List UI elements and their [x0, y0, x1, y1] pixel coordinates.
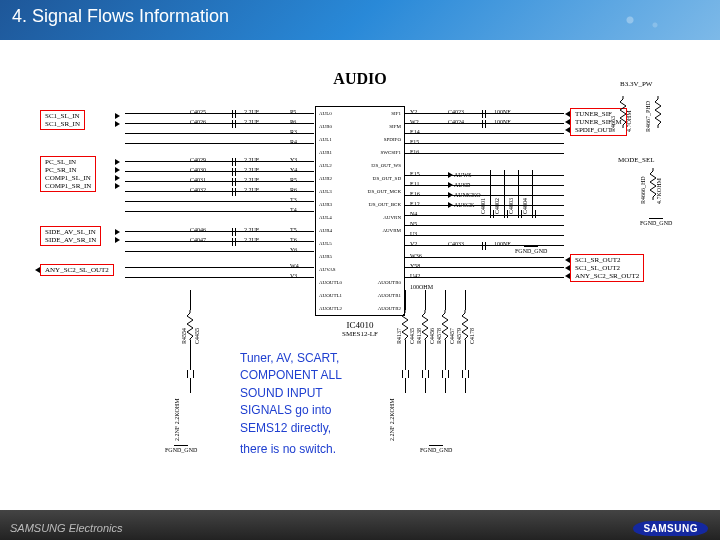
wire: [125, 161, 314, 162]
component-value: 2.2UF: [244, 157, 259, 163]
wire: [125, 201, 314, 202]
ic-sub: SMES12-LF: [342, 330, 378, 338]
chip-pin-left: AUL1: [319, 137, 332, 142]
component-value: 2.2NF 2.2KOHM: [389, 398, 395, 441]
pin-label: E11: [410, 181, 419, 187]
arrow-icon: [115, 229, 120, 235]
pin-label: Y58: [410, 263, 420, 269]
pin-label: E14: [410, 129, 420, 135]
component-value: 100NF: [494, 119, 511, 125]
component-value: 100NF: [494, 241, 511, 247]
wire: [404, 235, 564, 236]
component-ref: C4029: [190, 157, 206, 163]
chip-pin-left: AUVAS: [319, 267, 336, 272]
wire: [405, 340, 406, 370]
capacitor-icon: [468, 370, 469, 378]
capacitor-icon: [442, 370, 443, 378]
component-value: 2.2UF: [244, 177, 259, 183]
chip-pin-left: AUOUTL1: [319, 293, 342, 298]
chip-pin-right: SIF1: [391, 111, 401, 116]
signal-label: SC1_SR_OUT2: [575, 256, 639, 264]
ground-symbol: FGND_GND: [640, 218, 672, 226]
wire: [404, 257, 564, 258]
wire: [445, 290, 446, 310]
capacitor-icon: [402, 370, 403, 378]
signal-label: ANY_SC2_SR_OUT2: [575, 272, 639, 280]
pin-label: U42: [410, 273, 420, 279]
pin-label: E12: [410, 201, 420, 207]
wire: [404, 215, 564, 216]
pin-label: Y2: [410, 109, 417, 115]
wire: [404, 185, 564, 186]
slide-header: 4. Signal Flows Information: [0, 0, 720, 40]
component-ref: C4001: [480, 198, 486, 214]
arrow-icon: [448, 172, 453, 178]
component-value: 2.2UF: [244, 167, 259, 173]
chip-pin-right: I2S_OUT_BCK: [368, 202, 401, 207]
arrow-icon: [115, 159, 120, 165]
chip-pin-right: AUVRM: [382, 228, 401, 233]
capacitor-icon: [422, 370, 423, 378]
capacitor-icon: [230, 158, 238, 166]
chip-pin-left: AUL2: [319, 163, 332, 168]
samsung-logo: SAMSUNG: [633, 521, 708, 536]
capacitor-icon: [480, 242, 488, 250]
chip-pin-left: AUR0: [319, 124, 332, 129]
wire: [125, 143, 314, 144]
component-ref: R4578: [436, 328, 442, 344]
pin-label: Y6: [290, 247, 297, 253]
arrow-icon: [35, 267, 40, 273]
pin-label: E15: [410, 171, 420, 177]
chip-pin-right: SWCSIF1: [380, 150, 401, 155]
annotation-line: Tuner, AV, SCART,: [240, 350, 400, 367]
component-value: 100NF: [494, 109, 511, 115]
component-ref: R4138: [416, 328, 422, 344]
resistor-icon: [442, 310, 448, 340]
wire: [404, 267, 564, 268]
capacitor-icon: [408, 370, 409, 378]
component-ref: C4003: [508, 198, 514, 214]
signal-label: SC1_SL_IN: [45, 112, 80, 120]
arrow-icon: [115, 175, 120, 181]
wire: [405, 378, 406, 393]
wire: [125, 171, 314, 172]
capacitor-icon: [230, 188, 238, 196]
component-ref: C4435: [409, 328, 415, 344]
annotation-line: COMPONENT ALL: [240, 367, 400, 384]
wire: [518, 170, 519, 210]
signal-label: PC_SR_IN: [45, 166, 91, 174]
wire: [404, 153, 564, 154]
component-value: 2.2UF: [244, 227, 259, 233]
wire: [404, 195, 564, 196]
signal-label: SC1_SR_IN: [45, 120, 80, 128]
input-signal-box: ANY_SC2_SL_OUT2: [40, 264, 114, 276]
net-label: MODE_SEL: [618, 156, 655, 164]
wire: [465, 378, 466, 393]
capacitor-icon: [518, 210, 519, 218]
wire: [532, 170, 533, 210]
signal-label: AUSD: [454, 182, 470, 188]
capacitor-icon: [230, 178, 238, 186]
pin-label: V2: [410, 241, 417, 247]
ic-chip: AUL0AUR0AUL1AUR1AUL2AUR2AUL3AUR3AUL4AUR4…: [315, 106, 405, 316]
chip-pin-left: AUL5: [319, 241, 332, 246]
wire: [425, 340, 426, 370]
pin-label: T4: [290, 207, 297, 213]
component-ref: C4024: [448, 119, 464, 125]
component-ref: C4455: [194, 328, 200, 344]
component-ref: C4033: [448, 241, 464, 247]
wire: [445, 378, 446, 393]
component-ref: C4178: [469, 328, 475, 344]
wire: [465, 290, 466, 310]
wire: [125, 133, 314, 134]
chip-pin-right: I2S_OUT_WS: [371, 163, 401, 168]
slide-title: 4. Signal Flows Information: [12, 6, 229, 26]
output-signal-box: TUNER_SIFTUNER_SIF_MSPDIF_OUT: [570, 108, 627, 136]
component-value: 2.2UF: [244, 187, 259, 193]
component-value: 4.7KOHM: [656, 178, 662, 204]
component-ref: R4666_HD: [640, 176, 646, 204]
chip-pin-left: AUR4: [319, 228, 332, 233]
annotation-line: SEMS12 directly,: [240, 420, 400, 437]
component-ref: C4457: [449, 328, 455, 344]
pin-label: W36: [410, 253, 422, 259]
